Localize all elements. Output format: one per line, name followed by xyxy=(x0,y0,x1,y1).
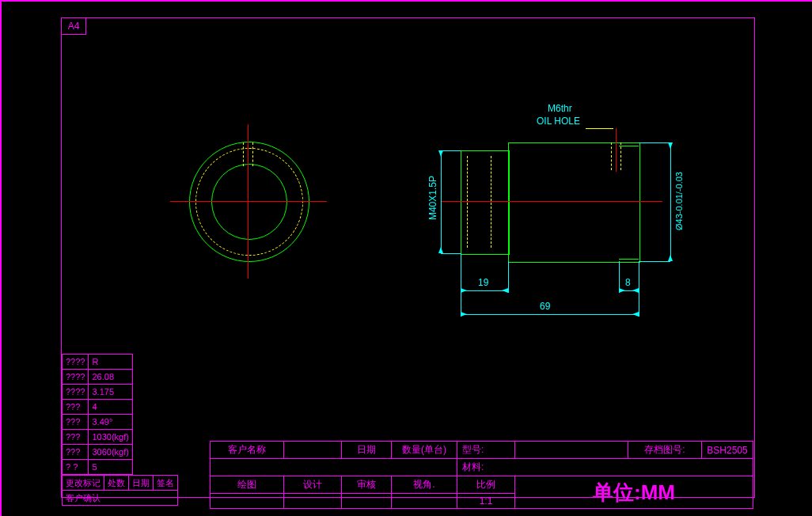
leader-line xyxy=(586,128,613,129)
unit-label: 单位:MM xyxy=(593,480,675,504)
ext-line xyxy=(508,261,509,293)
design-label: 设计 xyxy=(284,476,342,494)
rev-h4: 签名 xyxy=(154,476,178,491)
arrow xyxy=(619,288,625,293)
spec-table: ????R????26.08????3.175???4???3.49°???10… xyxy=(62,354,133,475)
spec-cell: ???? xyxy=(63,385,89,400)
spec-cell: 3.49° xyxy=(89,415,132,430)
drawing-border xyxy=(61,17,755,498)
dim-ext-1 xyxy=(441,150,442,253)
rev-confirm: 客户确认 xyxy=(63,491,178,506)
arrow xyxy=(461,312,467,317)
dim-line-19 xyxy=(461,290,508,291)
customer-label: 客户名称 xyxy=(211,442,284,459)
spec-cell: 1030(kgf) xyxy=(89,430,132,445)
ext-line xyxy=(441,150,461,151)
side-centerline xyxy=(441,201,662,202)
spec-cell: 3.175 xyxy=(89,385,132,400)
dim-19: 19 xyxy=(478,277,488,288)
ext-line xyxy=(639,261,639,317)
ext-line xyxy=(639,142,670,143)
dim-m40: M40X1.5P xyxy=(427,176,438,220)
arrow xyxy=(668,142,673,149)
thread-section xyxy=(461,150,510,255)
check-label: 审核 xyxy=(342,476,392,494)
ext-line xyxy=(461,253,461,293)
dim-ext-2 xyxy=(670,142,671,261)
date-label: 日期 xyxy=(342,442,392,459)
hidden-1 xyxy=(467,156,468,248)
dim-dia43: Ø43-0.01/-0.03 xyxy=(674,172,684,230)
qty-label: 数量(单台) xyxy=(392,442,457,459)
hole-centerline xyxy=(616,128,617,172)
spec-cell: 26.08 xyxy=(89,370,132,385)
dim-69: 69 xyxy=(540,301,550,312)
rev-h3: 日期 xyxy=(129,476,154,491)
sheet-size-box: A4 xyxy=(61,17,86,35)
spec-cell: ??? xyxy=(63,430,89,445)
scale-label: 比例 xyxy=(457,476,515,494)
arrow xyxy=(668,255,673,261)
dim-line-69 xyxy=(461,314,639,315)
h-centerline xyxy=(170,201,327,202)
spec-cell: 4 xyxy=(89,400,132,415)
oil-hole-note: OIL HOLE xyxy=(537,116,580,127)
end-step xyxy=(619,146,639,260)
arrow xyxy=(632,312,639,317)
hole-hidden-3 xyxy=(611,142,612,170)
drawn-label: 绘图 xyxy=(211,476,284,494)
arrow xyxy=(632,288,639,293)
spec-cell: ??? xyxy=(63,415,89,430)
spec-cell: R xyxy=(89,355,132,370)
cad-canvas: A4 M6thr OIL HOLE M40X1.5P Ø43-0.01/-0.0… xyxy=(0,0,812,516)
spec-cell: ? ? xyxy=(63,460,89,475)
spec-cell: ??? xyxy=(63,445,89,460)
ext-line xyxy=(639,261,670,262)
archive-label: 存档图号: xyxy=(628,442,702,459)
arrow xyxy=(502,288,508,293)
archive-no: BSH2505 xyxy=(702,442,753,459)
v-centerline xyxy=(248,124,249,279)
arrow xyxy=(438,150,443,157)
dim-8: 8 xyxy=(625,277,631,288)
ext-line xyxy=(619,261,620,293)
spec-cell: ??? xyxy=(63,400,89,415)
pitch-circle xyxy=(195,148,303,256)
material-label: 材料: xyxy=(457,459,753,476)
spec-cell: 3060(kgf) xyxy=(89,445,132,460)
rev-h1: 更改标记 xyxy=(63,476,104,491)
arrow xyxy=(461,288,467,293)
ext-line xyxy=(461,290,461,317)
hidden-2 xyxy=(491,156,491,248)
rev-h2: 处数 xyxy=(104,476,129,491)
hole-hidden-2 xyxy=(252,142,253,166)
model-label: 型号: xyxy=(457,442,515,459)
rev-table: 更改标记 处数 日期 签名 客户确认 xyxy=(62,475,178,506)
ext-line xyxy=(441,253,461,254)
thread-note: M6thr xyxy=(548,103,572,114)
view-label: 视角. xyxy=(392,476,457,494)
scale-value: 1:1 xyxy=(457,494,515,509)
spec-cell: ???? xyxy=(63,370,89,385)
spec-cell: ???? xyxy=(63,355,89,370)
arrow xyxy=(438,247,443,253)
hole-hidden-1 xyxy=(243,142,244,166)
title-block: 客户名称 日期 数量(单台) 型号: 存档图号: BSH2505 材料: 绘图 … xyxy=(210,441,753,496)
hole-hidden-4 xyxy=(620,142,621,170)
spec-cell: 5 xyxy=(89,460,132,475)
